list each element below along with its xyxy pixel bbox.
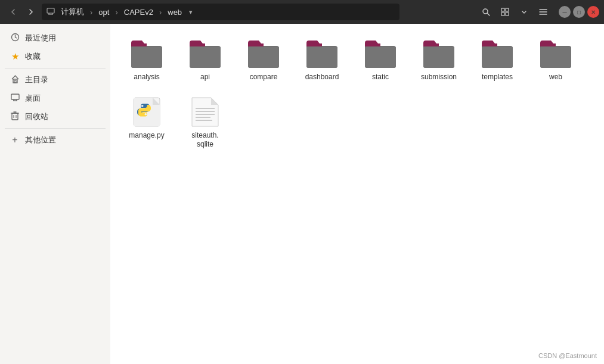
python-file-icon bbox=[131, 97, 162, 127]
breadcrumb-web[interactable]: web bbox=[164, 7, 185, 18]
file-siteauth-sqlite[interactable]: siteauth. sqlite bbox=[178, 92, 232, 154]
breadcrumb-sep-2: › bbox=[115, 8, 117, 17]
other-icon: + bbox=[10, 135, 20, 145]
breadcrumb-computer[interactable]: 计算机 bbox=[57, 5, 88, 18]
folder-icon-submission bbox=[421, 38, 457, 69]
breadcrumb-sep-1: › bbox=[90, 8, 92, 17]
svg-rect-7 bbox=[506, 8, 509, 11]
breadcrumb-capev2[interactable]: CAPEv2 bbox=[120, 7, 157, 18]
folder-icon-dashboard bbox=[304, 38, 340, 69]
nav-back-button[interactable] bbox=[5, 4, 21, 20]
sidebar-item-trash[interactable]: 回收站 bbox=[2, 108, 108, 126]
trash-icon bbox=[10, 111, 20, 122]
bookmark-icon: ★ bbox=[10, 51, 20, 62]
folder-dashboard[interactable]: dashboard bbox=[295, 33, 349, 87]
watermark: CSDN @Eastmount bbox=[538, 352, 597, 359]
svg-rect-6 bbox=[501, 8, 504, 11]
close-button[interactable]: ✕ bbox=[587, 6, 599, 18]
computer-icon bbox=[47, 7, 55, 17]
folder-analysis[interactable]: analysis bbox=[120, 33, 174, 87]
menu-button[interactable] bbox=[535, 4, 552, 20]
svg-rect-8 bbox=[501, 13, 504, 15]
svg-rect-34 bbox=[540, 46, 571, 68]
sidebar: 最近使用 ★ 收藏 主目录 桌面 回收站 + 其他位置 bbox=[0, 24, 110, 364]
folder-label-submission: submission bbox=[421, 73, 457, 82]
location-bar: 计算机 › opt › CAPEv2 › web ▾ bbox=[42, 4, 399, 20]
sidebar-label-other: 其他位置 bbox=[25, 135, 56, 145]
svg-rect-0 bbox=[47, 8, 54, 13]
nav-forward-button[interactable] bbox=[23, 4, 39, 20]
sidebar-item-bookmarks[interactable]: ★ 收藏 bbox=[2, 48, 108, 66]
folder-icon-api bbox=[187, 38, 223, 69]
breadcrumb-sep-3: › bbox=[159, 8, 162, 17]
folder-label-analysis: analysis bbox=[134, 73, 159, 82]
folder-icon-analysis bbox=[129, 38, 165, 69]
svg-rect-32 bbox=[423, 46, 454, 68]
folder-web[interactable]: web bbox=[529, 33, 583, 87]
titlebar: 计算机 › opt › CAPEv2 › web ▾ ─ □ ✕ bbox=[0, 0, 604, 24]
sidebar-label-bookmarks: 收藏 bbox=[25, 51, 41, 62]
nav-controls bbox=[5, 4, 39, 20]
sidebar-separator-2 bbox=[5, 128, 106, 129]
sidebar-item-home[interactable]: 主目录 bbox=[2, 71, 108, 89]
folder-label-compare: compare bbox=[250, 73, 278, 82]
svg-rect-29 bbox=[248, 46, 279, 68]
view-grid-button[interactable] bbox=[497, 4, 513, 20]
folder-submission[interactable]: submission bbox=[412, 33, 466, 87]
file-manage-py[interactable]: manage.py bbox=[120, 92, 174, 154]
folder-api[interactable]: api bbox=[178, 33, 232, 87]
svg-rect-9 bbox=[506, 13, 509, 15]
folder-icon-web bbox=[538, 38, 574, 69]
view-dropdown-button[interactable] bbox=[516, 4, 532, 20]
sidebar-item-recent[interactable]: 最近使用 bbox=[2, 29, 108, 47]
svg-rect-28 bbox=[190, 46, 221, 68]
breadcrumb-opt[interactable]: opt bbox=[95, 7, 113, 18]
minimize-button[interactable]: ─ bbox=[559, 6, 571, 18]
svg-line-5 bbox=[487, 13, 490, 15]
folder-icon-templates bbox=[479, 38, 515, 69]
svg-rect-22 bbox=[12, 113, 18, 120]
svg-rect-33 bbox=[482, 46, 513, 68]
folder-label-web: web bbox=[549, 73, 562, 82]
sidebar-label-desktop: 桌面 bbox=[25, 93, 41, 104]
sidebar-separator-1 bbox=[5, 68, 106, 69]
sidebar-label-trash: 回收站 bbox=[25, 111, 48, 122]
folder-label-dashboard: dashboard bbox=[305, 73, 339, 82]
location-dropdown-arrow[interactable]: ▾ bbox=[189, 8, 193, 16]
folder-label-templates: templates bbox=[482, 73, 513, 82]
window-controls: ─ □ ✕ bbox=[559, 6, 599, 18]
file-label-manage-py: manage.py bbox=[129, 131, 164, 141]
maximize-button[interactable]: □ bbox=[573, 6, 585, 18]
sidebar-item-other[interactable]: + 其他位置 bbox=[2, 131, 108, 149]
folder-icon-compare bbox=[246, 38, 281, 69]
svg-rect-16 bbox=[13, 79, 17, 83]
svg-rect-27 bbox=[131, 46, 162, 68]
home-icon bbox=[10, 74, 20, 85]
sidebar-label-home: 主目录 bbox=[25, 74, 48, 85]
svg-line-15 bbox=[15, 38, 17, 39]
file-area: analysis api bbox=[110, 24, 604, 364]
desktop-icon bbox=[10, 93, 20, 104]
recent-icon bbox=[10, 33, 20, 43]
file-label-siteauth-sqlite: siteauth. sqlite bbox=[191, 131, 218, 150]
folder-compare[interactable]: compare bbox=[237, 33, 290, 87]
folder-static[interactable]: static bbox=[354, 33, 407, 87]
titlebar-right: ─ □ ✕ bbox=[478, 4, 599, 20]
svg-rect-30 bbox=[306, 46, 337, 68]
folder-label-api: api bbox=[200, 73, 210, 82]
svg-rect-18 bbox=[11, 94, 19, 99]
main-layout: 最近使用 ★ 收藏 主目录 桌面 回收站 + 其他位置 bbox=[0, 24, 604, 364]
sidebar-label-recent: 最近使用 bbox=[25, 33, 56, 43]
folder-templates[interactable]: templates bbox=[470, 33, 524, 87]
sqlite-file-icon bbox=[190, 97, 221, 127]
sidebar-item-desktop[interactable]: 桌面 bbox=[2, 89, 108, 107]
svg-rect-31 bbox=[365, 46, 396, 68]
search-button[interactable] bbox=[478, 4, 494, 20]
folder-label-static: static bbox=[372, 73, 389, 82]
folder-icon-static bbox=[363, 38, 398, 69]
files-grid: analysis api bbox=[120, 33, 594, 154]
